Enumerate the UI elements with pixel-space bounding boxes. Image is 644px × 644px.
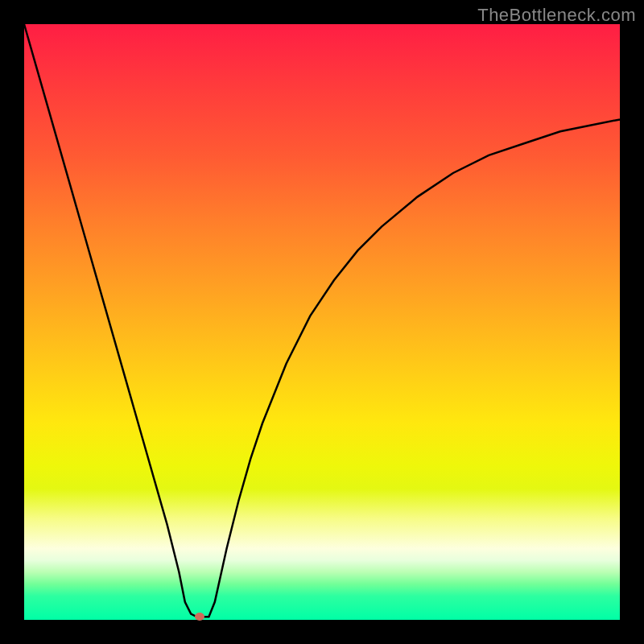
chart-container: TheBottleneck.com xyxy=(0,0,644,644)
curve-layer xyxy=(24,24,620,620)
bottleneck-curve xyxy=(24,24,620,617)
watermark: TheBottleneck.com xyxy=(477,5,636,26)
minimum-point-marker xyxy=(195,613,204,621)
